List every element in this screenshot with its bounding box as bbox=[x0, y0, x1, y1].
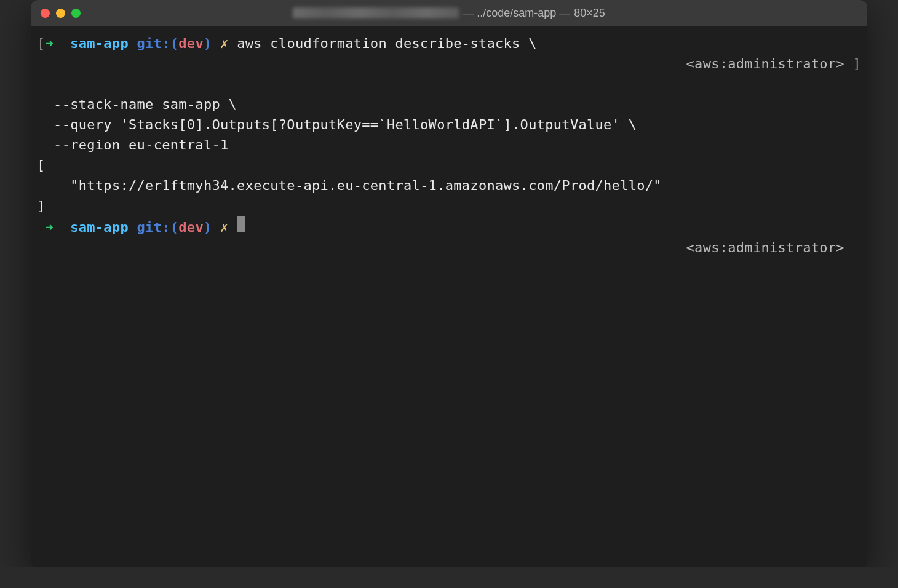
git-label: git: bbox=[137, 217, 170, 237]
command-text-1: aws cloudformation describe-stacks \ bbox=[237, 33, 537, 54]
git-label: git: bbox=[137, 33, 170, 54]
prompt-directory: sam-app bbox=[70, 217, 129, 237]
close-button[interactable] bbox=[41, 9, 50, 18]
git-branch: dev bbox=[178, 33, 204, 54]
output-value: "https://er1ftmyh34.execute-api.eu-centr… bbox=[37, 175, 861, 196]
title-dimensions: 80×25 bbox=[574, 7, 605, 20]
aws-profile-badge: <aws:administrator> bbox=[686, 56, 844, 71]
output-open-bracket: [ bbox=[37, 155, 861, 175]
cursor[interactable] bbox=[237, 216, 245, 232]
zoom-button[interactable] bbox=[71, 9, 81, 18]
command-text-2: --stack-name sam-app \ bbox=[37, 94, 861, 114]
prompt-line-2: ➜ sam-app git:(dev) ✗ <aws:administrator… bbox=[37, 216, 861, 278]
git-open-paren: ( bbox=[170, 217, 179, 237]
title-path: — ../code/sam-app — bbox=[463, 7, 570, 20]
command-text-3: --query 'Stacks[0].Outputs[?OutputKey==`… bbox=[37, 114, 861, 135]
git-close-paren: ) bbox=[204, 217, 212, 237]
git-close-paren: ) bbox=[204, 33, 212, 54]
prompt-arrow-icon: ➜ bbox=[46, 217, 54, 237]
title-blurred-portion bbox=[293, 7, 459, 18]
prompt-close-bracket: ] bbox=[852, 56, 861, 71]
prompt-directory: sam-app bbox=[70, 33, 129, 54]
terminal-window: — ../code/sam-app — 80×25 [➜ sam-app git… bbox=[31, 0, 867, 567]
output-close-bracket: ] bbox=[37, 196, 861, 216]
git-open-paren: ( bbox=[170, 33, 179, 54]
prompt-open-bracket: [ bbox=[37, 33, 46, 54]
prompt-line-1: [➜ sam-app git:(dev) ✗ aws cloudformatio… bbox=[37, 33, 861, 94]
command-text-4: --region eu-central-1 bbox=[37, 135, 861, 155]
window-controls bbox=[41, 9, 81, 18]
git-branch: dev bbox=[178, 217, 204, 237]
prompt-arrow-icon: ➜ bbox=[46, 33, 54, 54]
window-title: — ../code/sam-app — 80×25 bbox=[293, 7, 605, 20]
titlebar: — ../code/sam-app — 80×25 bbox=[31, 0, 867, 26]
git-dirty-icon: ✗ bbox=[220, 33, 229, 54]
minimize-button[interactable] bbox=[56, 9, 65, 18]
git-dirty-icon: ✗ bbox=[220, 217, 229, 237]
terminal-body[interactable]: [➜ sam-app git:(dev) ✗ aws cloudformatio… bbox=[31, 26, 867, 567]
aws-profile-badge: <aws:administrator> bbox=[686, 240, 844, 255]
